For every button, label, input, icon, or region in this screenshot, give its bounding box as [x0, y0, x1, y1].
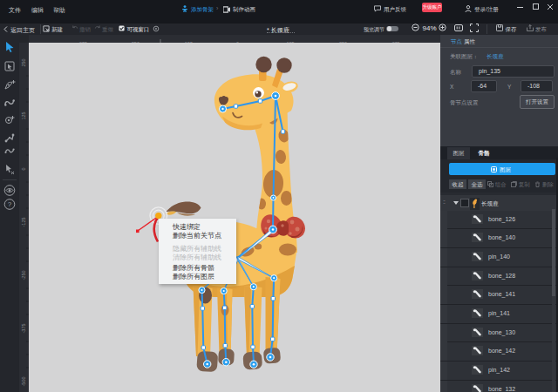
svg-text:-375: -375: [21, 323, 26, 333]
svg-text:0: 0: [21, 167, 26, 170]
svg-text:-250: -250: [21, 270, 26, 280]
svg-text:-500: -500: [21, 376, 26, 386]
svg-text:125: 125: [21, 112, 26, 119]
svg-text:250: 250: [21, 58, 26, 66]
svg-text:?: ?: [8, 200, 12, 208]
svg-text:-125: -125: [21, 217, 26, 226]
